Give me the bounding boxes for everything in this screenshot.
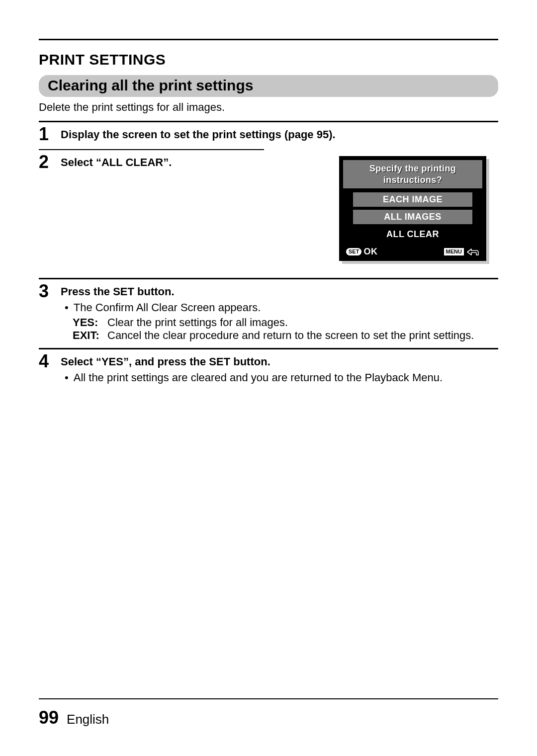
manual-page: PRINT SETTINGS Clearing all the print se… bbox=[0, 0, 537, 756]
page-number: 99 bbox=[39, 707, 59, 728]
option-yes-row: YES: Clear the print settings for all im… bbox=[73, 316, 498, 329]
camera-lcd-screen: Specify the printing instructions? EACH … bbox=[339, 156, 486, 261]
bullet-item: • The Confirm All Clear Screen appears. bbox=[61, 301, 498, 314]
option-key: EXIT: bbox=[73, 329, 103, 342]
lcd-header-line1: Specify the printing bbox=[369, 164, 456, 173]
bullet-text: The Confirm All Clear Screen appears. bbox=[74, 301, 498, 314]
step-number: 3 bbox=[39, 282, 52, 300]
lcd-ok-label: OK bbox=[363, 247, 377, 257]
lcd-header-line2: instructions? bbox=[383, 175, 442, 185]
step-4: 4 Select “YES”, and press the SET button… bbox=[39, 352, 498, 384]
rule-top bbox=[39, 39, 498, 40]
step-title: Select “YES”, and press the SET button. bbox=[61, 355, 498, 368]
lcd-options: EACH IMAGE ALL IMAGES ALL CLEAR bbox=[343, 188, 482, 244]
lcd-menu-return: MENU bbox=[444, 248, 479, 255]
lcd-set-ok: SET OK bbox=[346, 247, 377, 257]
option-key: YES: bbox=[73, 316, 103, 329]
bullet-dot-icon: • bbox=[65, 371, 69, 384]
lcd-header: Specify the printing instructions? bbox=[343, 160, 482, 188]
lcd-option-each-image: EACH IMAGE bbox=[353, 192, 472, 207]
rule-before-step4 bbox=[39, 348, 498, 349]
subsection-title: Clearing all the print settings bbox=[48, 77, 253, 93]
rule-before-step1 bbox=[39, 121, 498, 122]
step-number: 4 bbox=[39, 352, 52, 370]
rule-before-step3 bbox=[39, 278, 498, 279]
rule-footer bbox=[39, 698, 498, 699]
set-pill-icon: SET bbox=[346, 248, 361, 255]
lcd-option-all-clear: ALL CLEAR bbox=[353, 227, 472, 242]
bullet-item: • All the print settings are cleared and… bbox=[61, 371, 498, 384]
step-3: 3 Press the SET button. • The Confirm Al… bbox=[39, 282, 498, 342]
intro-text: Delete the print settings for all images… bbox=[39, 101, 498, 114]
rule-before-step2 bbox=[39, 149, 264, 150]
option-exit-row: EXIT: Cancel the clear procedure and ret… bbox=[73, 329, 498, 342]
step-number: 1 bbox=[39, 125, 52, 143]
page-footer: 99 English bbox=[39, 707, 109, 728]
section-title: PRINT SETTINGS bbox=[39, 51, 498, 68]
step-title: Press the SET button. bbox=[61, 285, 498, 298]
step-title: Display the screen to set the print sett… bbox=[61, 128, 498, 141]
step-number: 2 bbox=[39, 153, 52, 171]
step-1: 1 Display the screen to set the print se… bbox=[39, 125, 498, 143]
subsection-bar: Clearing all the print settings bbox=[39, 75, 498, 97]
return-arrow-icon bbox=[466, 248, 479, 256]
step-title: Select “ALL CLEAR”. bbox=[61, 156, 327, 169]
step-2: 2 Select “ALL CLEAR”. Specify the printi… bbox=[39, 153, 498, 272]
page-language: English bbox=[67, 712, 109, 727]
bullet-dot-icon: • bbox=[65, 301, 69, 314]
option-value: Clear the print settings for all images. bbox=[107, 316, 498, 329]
menu-box-icon: MENU bbox=[444, 248, 464, 255]
bullet-text: All the print settings are cleared and y… bbox=[74, 371, 498, 384]
lcd-footer: SET OK MENU bbox=[343, 244, 482, 258]
lcd-option-all-images: ALL IMAGES bbox=[353, 210, 472, 224]
option-value: Cancel the clear procedure and return to… bbox=[107, 329, 498, 342]
